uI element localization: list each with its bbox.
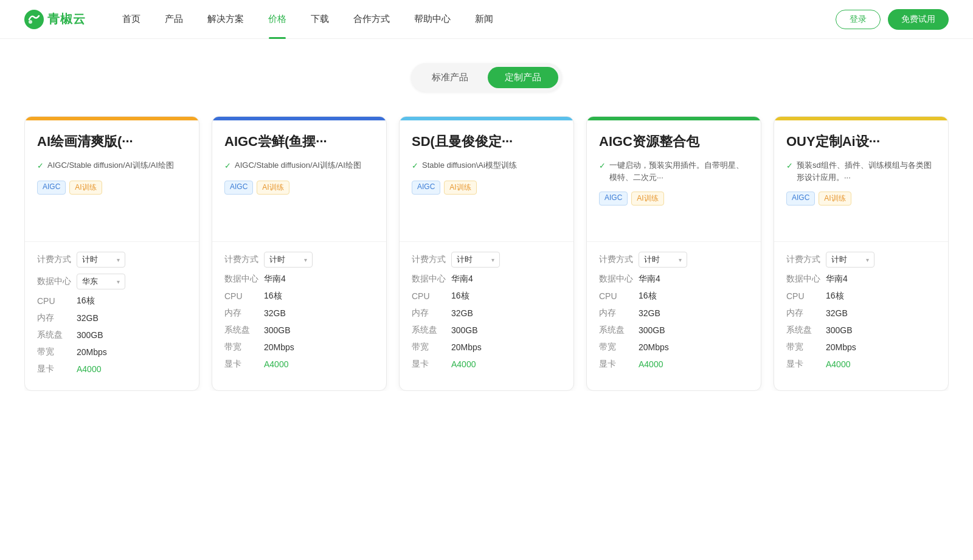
chevron-down-icon: ▾ xyxy=(304,257,307,263)
gpu-row-2: 显卡 A4000 xyxy=(224,359,374,370)
cpu-label-4: CPU xyxy=(599,291,639,301)
card-header-2: AIGC尝鲜(鱼摆··· ✓ AIGC/Stable diffusion/AI训… xyxy=(212,120,386,242)
tag-ai-3[interactable]: AI训练 xyxy=(444,181,476,195)
memory-label-5: 内存 xyxy=(786,308,826,319)
cpu-value-4: 16核 xyxy=(639,291,657,302)
product-cards: AI绘画清爽版(··· ✓ AIGC/Stable diffusion/AI训练… xyxy=(24,116,949,391)
cpu-label-1: CPU xyxy=(37,296,77,306)
billing-select-5[interactable]: 计时 ▾ xyxy=(826,252,874,268)
gpu-value-4: A4000 xyxy=(639,359,663,369)
disk-value-3: 300GB xyxy=(451,325,478,335)
memory-value-1: 32GB xyxy=(77,313,99,323)
bandwidth-row-2: 带宽 20Mbps xyxy=(224,342,374,353)
memory-row-5: 内存 32GB xyxy=(786,308,936,319)
memory-label-3: 内存 xyxy=(412,308,451,319)
card-body-2: 计费方式 计时 ▾ 数据中心 华南4 CPU 16核 内存 32GB 系统盘 3… xyxy=(212,242,386,385)
toggle-standard[interactable]: 标准产品 xyxy=(415,67,485,88)
billing-label-3: 计费方式 xyxy=(412,254,451,265)
tag-aigc-5[interactable]: AIGC xyxy=(786,192,815,206)
tag-ai-1[interactable]: AI训练 xyxy=(69,181,102,195)
datacenter-label-1: 数据中心 xyxy=(37,276,77,287)
datacenter-select-1[interactable]: 华东 ▾ xyxy=(77,274,125,289)
chevron-down-icon: ▾ xyxy=(117,278,120,285)
datacenter-label-3: 数据中心 xyxy=(412,274,451,285)
bandwidth-label-3: 带宽 xyxy=(412,342,451,353)
card-body-3: 计费方式 计时 ▾ 数据中心 华南4 CPU 16核 内存 32GB 系统盘 3… xyxy=(400,242,573,385)
nav-item-help[interactable]: 帮助中心 xyxy=(402,0,463,39)
login-button[interactable]: 登录 xyxy=(836,10,881,29)
card-feature-3: ✓ Stable diffusion\Ai模型训练 xyxy=(412,159,561,172)
tag-ai-4[interactable]: AI训练 xyxy=(631,192,663,206)
disk-row-2: 系统盘 300GB xyxy=(224,325,374,336)
nav-item-home[interactable]: 首页 xyxy=(110,0,153,39)
datacenter-value-5: 华南4 xyxy=(826,274,848,285)
billing-row-2: 计费方式 计时 ▾ xyxy=(224,252,374,268)
card-feature-5: ✓ 预装sd组件、插件、训练模组与各类图形设计应用。··· xyxy=(786,159,936,183)
tag-ai-5[interactable]: AI训练 xyxy=(819,192,851,206)
main-content: 标准产品 定制产品 AI绘画清爽版(··· ✓ AIGC/Stable diff… xyxy=(0,39,973,427)
gpu-label-4: 显卡 xyxy=(599,359,639,370)
disk-row-5: 系统盘 300GB xyxy=(786,325,936,336)
memory-row-3: 内存 32GB xyxy=(412,308,561,319)
product-card-4: AIGC资源整合包 ✓ 一键启动，预装实用插件。自带明星、模特、二次元··· A… xyxy=(586,116,761,391)
disk-row-3: 系统盘 300GB xyxy=(412,325,561,336)
memory-label-4: 内存 xyxy=(599,308,639,319)
billing-row-4: 计费方式 计时 ▾ xyxy=(599,252,749,268)
gpu-value-2: A4000 xyxy=(264,359,288,369)
product-card-1: AI绘画清爽版(··· ✓ AIGC/Stable diffusion/AI训练… xyxy=(24,116,199,391)
card-tags-5: AIGCAI训练 xyxy=(786,192,936,206)
free-trial-button[interactable]: 免费试用 xyxy=(888,9,949,30)
chevron-down-icon: ▾ xyxy=(679,257,682,263)
bandwidth-value-2: 20Mbps xyxy=(264,342,294,352)
billing-label-5: 计费方式 xyxy=(786,254,826,265)
card-header-5: OUY定制Ai设··· ✓ 预装sd组件、插件、训练模组与各类图形设计应用。··… xyxy=(774,120,948,242)
gpu-label-3: 显卡 xyxy=(412,359,451,370)
nav-item-download[interactable]: 下载 xyxy=(299,0,341,39)
bandwidth-label-1: 带宽 xyxy=(37,347,77,358)
datacenter-row-1: 数据中心 华东 ▾ xyxy=(37,274,187,289)
product-card-5: OUY定制Ai设··· ✓ 预装sd组件、插件、训练模组与各类图形设计应用。··… xyxy=(774,116,949,391)
nav-item-partner[interactable]: 合作方式 xyxy=(341,0,402,39)
product-card-2: AIGC尝鲜(鱼摆··· ✓ AIGC/Stable diffusion/AI训… xyxy=(212,116,387,391)
datacenter-row-3: 数据中心 华南4 xyxy=(412,274,561,285)
bandwidth-value-5: 20Mbps xyxy=(826,342,856,352)
disk-label-5: 系统盘 xyxy=(786,325,826,336)
billing-select-1[interactable]: 计时 ▾ xyxy=(77,252,125,268)
disk-row-1: 系统盘 300GB xyxy=(37,330,187,340)
card-feature-2: ✓ AIGC/Stable diffusion/AI训练/AI绘图 xyxy=(224,159,374,172)
gpu-value-5: A4000 xyxy=(826,359,850,369)
tag-aigc-1[interactable]: AIGC xyxy=(37,181,66,195)
tag-aigc-2[interactable]: AIGC xyxy=(224,181,253,195)
billing-row-1: 计费方式 计时 ▾ xyxy=(37,252,187,268)
billing-label-2: 计费方式 xyxy=(224,254,264,265)
logo[interactable]: 青椒云 xyxy=(24,10,86,29)
chevron-down-icon: ▾ xyxy=(866,257,869,263)
cpu-label-3: CPU xyxy=(412,291,451,301)
tag-ai-2[interactable]: AI训练 xyxy=(257,181,289,195)
check-icon: ✓ xyxy=(412,160,418,172)
billing-select-3[interactable]: 计时 ▾ xyxy=(451,252,500,268)
nav-item-solutions[interactable]: 解决方案 xyxy=(195,0,256,39)
billing-select-2[interactable]: 计时 ▾ xyxy=(264,252,313,268)
product-toggle-wrap: 标准产品 定制产品 xyxy=(24,63,949,92)
toggle-custom[interactable]: 定制产品 xyxy=(488,67,558,88)
memory-value-3: 32GB xyxy=(451,308,473,318)
cpu-value-3: 16核 xyxy=(451,291,469,302)
billing-select-4[interactable]: 计时 ▾ xyxy=(639,252,687,268)
disk-label-1: 系统盘 xyxy=(37,330,77,340)
nav-item-news[interactable]: 新闻 xyxy=(463,0,505,39)
nav-items: 首页 产品 解决方案 价格 下载 合作方式 帮助中心 新闻 xyxy=(110,0,836,39)
navbar: 青椒云 首页 产品 解决方案 价格 下载 合作方式 帮助中心 新闻 登录 免费试… xyxy=(0,0,973,39)
nav-item-price[interactable]: 价格 xyxy=(256,0,299,39)
card-header-1: AI绘画清爽版(··· ✓ AIGC/Stable diffusion/AI训练… xyxy=(25,120,199,242)
tag-aigc-4[interactable]: AIGC xyxy=(599,192,628,206)
nav-item-product[interactable]: 产品 xyxy=(153,0,195,39)
disk-label-3: 系统盘 xyxy=(412,325,451,336)
bandwidth-label-5: 带宽 xyxy=(786,342,826,353)
card-tags-4: AIGCAI训练 xyxy=(599,192,749,206)
tag-aigc-3[interactable]: AIGC xyxy=(412,181,440,195)
memory-row-2: 内存 32GB xyxy=(224,308,374,319)
gpu-label-5: 显卡 xyxy=(786,359,826,370)
card-title-1: AI绘画清爽版(··· xyxy=(37,133,187,151)
gpu-row-5: 显卡 A4000 xyxy=(786,359,936,370)
